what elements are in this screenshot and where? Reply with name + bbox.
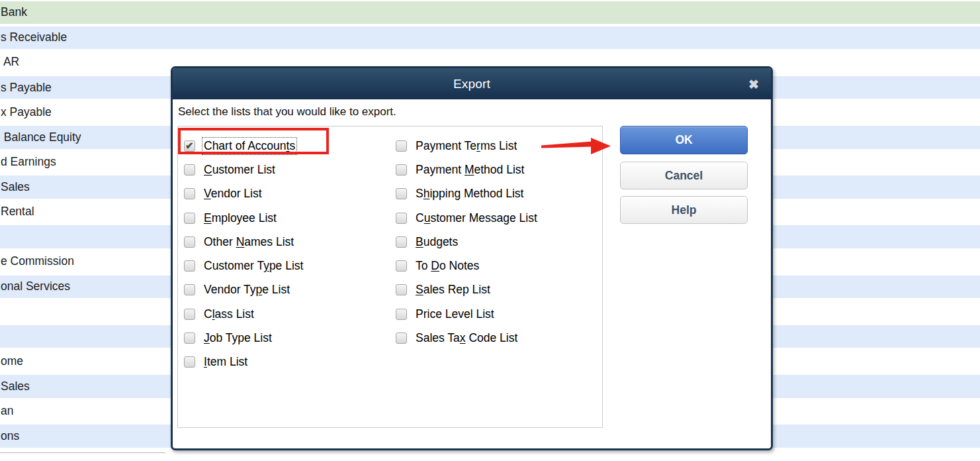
label-text: B (416, 235, 423, 248)
label-text: C (204, 307, 212, 321)
label-text: ipping Method List (429, 187, 523, 200)
export-list-item-label: To Do Notes (416, 259, 479, 273)
export-list-item-label: Item List (204, 355, 247, 369)
label-text: S (416, 187, 423, 200)
dialog-title: Export (453, 77, 490, 91)
checkbox-icon[interactable] (396, 236, 407, 248)
label-text: N (236, 235, 245, 248)
label-text: stomer Message List (430, 211, 537, 225)
checkbox-icon[interactable] (184, 188, 195, 199)
export-list-item[interactable]: Vendor Type List (184, 278, 303, 302)
export-list-item-label: Job Type List (204, 331, 272, 345)
export-list-item[interactable]: Payment Method List (396, 158, 537, 181)
checkbox-icon[interactable] (184, 260, 195, 272)
checkbox-icon[interactable] (396, 284, 407, 295)
label-text: Payment Te (416, 139, 476, 152)
export-list-item[interactable]: Class List (184, 302, 303, 326)
cancel-button[interactable]: Cancel (620, 162, 748, 189)
label-text: Customer T (204, 259, 263, 272)
checkbox-icon[interactable] (184, 309, 195, 320)
label-text: ustomer List (212, 163, 275, 176)
checkbox-icon[interactable] (184, 213, 195, 224)
label-text: y (263, 259, 269, 272)
export-list-item[interactable]: Shipping Method List (396, 182, 537, 206)
dialog-titlebar: Export ✖ (173, 68, 771, 99)
label-text: E (204, 211, 212, 225)
label-text: To (416, 259, 431, 272)
export-list-item[interactable]: Chart of Accounts (184, 134, 303, 158)
label-text: ms List (480, 139, 517, 152)
checkbox-icon[interactable] (184, 284, 195, 295)
label-text: tem List (207, 355, 247, 368)
checkbox-checked-icon[interactable] (184, 140, 195, 152)
export-list-item[interactable]: Price Level List (396, 302, 537, 326)
label-text: Price Level List (416, 307, 494, 321)
checkbox-icon[interactable] (396, 333, 407, 344)
label-text: u (424, 211, 431, 225)
checkbox-icon[interactable] (396, 188, 407, 199)
export-list-item[interactable]: Other Names List (184, 230, 303, 254)
label-text: J (204, 331, 210, 344)
export-list-item[interactable]: Budgets (396, 230, 537, 254)
label-text: endor List (211, 187, 262, 200)
checkbox-icon[interactable] (396, 140, 407, 152)
export-list-item-label: Customer Message List (416, 211, 537, 225)
ok-button[interactable]: OK (620, 126, 748, 154)
export-list-item[interactable]: Customer Message List (396, 206, 537, 230)
export-list-item-label: Sales Rep List (416, 283, 490, 297)
export-dialog: Export ✖ Select the lists that you would… (171, 66, 773, 450)
checkbox-icon[interactable] (184, 164, 195, 176)
export-list-item[interactable]: Customer List (184, 158, 303, 181)
export-lists-column-1: Chart of AccountsCustomer ListVendor Lis… (184, 134, 303, 374)
label-text: x (460, 331, 466, 344)
export-list-item-label: Sales Tax Code List (416, 331, 517, 345)
export-lists-box: Chart of AccountsCustomer ListVendor Lis… (177, 126, 603, 428)
label-text: M (465, 163, 474, 176)
account-row[interactable]: s Receivable (0, 25, 980, 50)
label-text: h (423, 187, 430, 200)
export-list-item-label: Employee List (204, 211, 277, 225)
export-list-item-label: Price Level List (416, 307, 494, 321)
label-text: Payment (416, 163, 465, 176)
export-list-item-label: Budgets (416, 235, 458, 249)
checkbox-icon[interactable] (396, 260, 407, 272)
account-row[interactable]: Bank (0, 0, 980, 25)
export-list-item[interactable]: Customer Type List (184, 254, 303, 278)
export-list-item-label: Shipping Method List (416, 187, 523, 201)
label-text: D (431, 259, 439, 272)
checkbox-icon[interactable] (184, 236, 195, 248)
export-list-item[interactable]: To Do Notes (396, 254, 537, 278)
export-list-item[interactable]: Vendor List (184, 182, 303, 206)
checkbox-icon[interactable] (184, 333, 195, 344)
label-text: e List (262, 283, 290, 296)
export-list-item[interactable]: Sales Rep List (396, 278, 537, 302)
help-button[interactable]: Help (620, 196, 748, 224)
label-text: ethod List (474, 163, 525, 176)
label-text: V (204, 187, 211, 200)
label-text: S (416, 283, 423, 296)
label-text: mployee List (212, 211, 277, 225)
label-text: Chart of Accoun (204, 139, 287, 152)
label-text: ass List (215, 307, 254, 321)
label-text: Other (204, 235, 236, 248)
export-list-item-label: Customer List (204, 163, 275, 177)
export-list-item[interactable]: Payment Terms List (396, 134, 537, 158)
checkbox-icon[interactable] (184, 356, 195, 368)
checkbox-icon[interactable] (396, 309, 407, 320)
export-list-item-label: Chart of Accounts (204, 139, 295, 153)
label-text: Sales Ta (416, 331, 460, 344)
label-text: o Notes (439, 259, 479, 272)
export-list-item[interactable]: Item List (184, 350, 303, 374)
checkbox-icon[interactable] (396, 213, 407, 224)
label-text: ales Rep List (423, 283, 490, 296)
close-icon[interactable]: ✖ (748, 77, 759, 90)
export-list-item[interactable]: Employee List (184, 206, 303, 230)
label-text: s (289, 139, 295, 152)
label-text: pe List (269, 259, 304, 272)
export-list-item[interactable]: Job Type List (184, 326, 303, 350)
export-list-item-label: Vendor Type List (204, 283, 290, 297)
checkbox-icon[interactable] (396, 164, 407, 176)
export-list-item-label: Payment Method List (416, 163, 524, 177)
export-list-item[interactable]: Sales Tax Code List (396, 326, 537, 350)
label-text: Vendor Ty (204, 283, 256, 296)
